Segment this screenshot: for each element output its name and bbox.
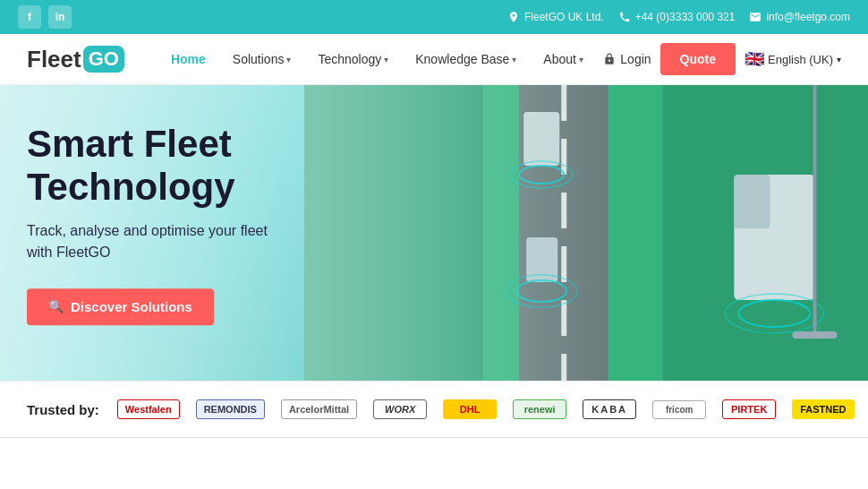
nav-about[interactable]: About ▾	[532, 45, 594, 73]
login-button[interactable]: Login	[603, 52, 651, 66]
chevron-down-icon: ▾	[384, 55, 388, 64]
hero-subtitle: Track, analyse and optimise your fleetwi…	[27, 220, 268, 263]
hero-title: Smart Fleet Technology	[27, 123, 268, 210]
logo-text: Fleet	[27, 46, 81, 73]
nav-technology[interactable]: Technology ▾	[307, 45, 399, 73]
email-info[interactable]: info@fleetgo.com	[749, 11, 850, 23]
email-icon	[749, 11, 762, 23]
brand-fricom: fricom	[652, 400, 706, 419]
search-icon: 🔍	[48, 299, 64, 313]
trusted-by-section: Trusted by: Westfalen REMONDIS ArcelorMi…	[0, 381, 868, 437]
nav-solutions[interactable]: Solutions ▾	[222, 45, 302, 73]
contact-info: FleetGO UK Ltd. +44 (0)3333 000 321 info…	[507, 11, 850, 23]
phone-info[interactable]: +44 (0)3333 000 321	[618, 11, 736, 23]
nav-knowledge-base[interactable]: Knowledge Base ▾	[404, 45, 527, 73]
brand-worx: WORX	[373, 399, 427, 419]
chevron-down-icon: ▾	[512, 55, 516, 64]
phone-icon	[618, 11, 631, 23]
logo[interactable]: Fleet GO	[27, 46, 124, 73]
location-icon	[507, 11, 520, 23]
language-selector[interactable]: 🇬🇧 English (UK) ▾	[745, 49, 841, 69]
nav-home[interactable]: Home	[160, 45, 217, 73]
lock-icon	[603, 53, 616, 65]
brand-fastned: FASTNED	[792, 399, 854, 419]
logo-badge: GO	[83, 46, 124, 73]
hero-content: Smart Fleet Technology Track, analyse an…	[27, 123, 268, 325]
chevron-down-icon: ▾	[286, 55, 291, 64]
brand-remondis: REMONDIS	[196, 399, 265, 419]
top-bar: f in FleetGO UK Ltd. +44 (0)3333 000 321…	[0, 0, 868, 34]
brand-logos-row: Westfalen REMONDIS ArcelorMittal WORX DH…	[117, 399, 855, 419]
brand-westfalen: Westfalen	[117, 399, 180, 419]
nav-links: Home Solutions ▾ Technology ▾ Knowledge …	[160, 45, 603, 73]
trusted-by-label: Trusted by:	[27, 402, 99, 417]
brand-arcelormittal: ArcelorMittal	[281, 399, 357, 419]
section-divider	[0, 437, 868, 438]
hero-section: Smart Fleet Technology Track, analyse an…	[0, 85, 868, 381]
chevron-down-icon: ▾	[837, 55, 841, 64]
facebook-icon[interactable]: f	[18, 5, 41, 29]
company-name: FleetGO UK Ltd.	[507, 11, 604, 23]
main-nav: Fleet GO Home Solutions ▾ Technology ▾ K…	[0, 34, 868, 85]
social-links: f in	[18, 5, 72, 29]
brand-kaba: KABA	[583, 399, 636, 419]
discover-solutions-button[interactable]: 🔍 Discover Solutions	[27, 288, 214, 325]
brand-pirtek: PIRTEK	[722, 399, 776, 419]
chevron-down-icon: ▾	[579, 55, 583, 64]
quote-button[interactable]: Quote	[660, 43, 736, 75]
brand-dhl: DHL	[443, 399, 497, 419]
nav-right: Login Quote 🇬🇧 English (UK) ▾	[603, 43, 841, 75]
flag-icon: 🇬🇧	[745, 49, 764, 69]
linkedin-icon[interactable]: in	[48, 5, 72, 29]
brand-renewi: renewi	[513, 399, 566, 419]
